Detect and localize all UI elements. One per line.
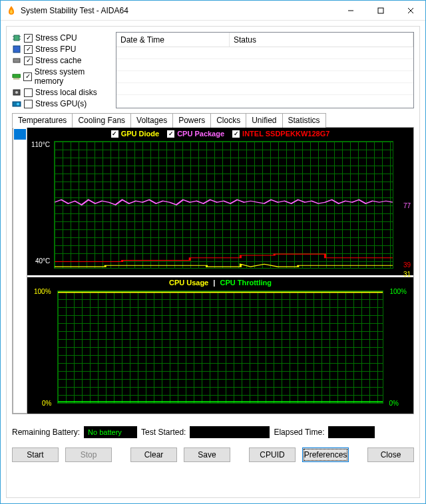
status-row: Remaining Battery: No battery Test Start… xyxy=(12,426,414,438)
stress-option-fpu: ✓Stress FPU xyxy=(12,45,112,54)
preferences-button[interactable]: Preferences xyxy=(302,447,349,462)
titlebar[interactable]: System Stability Test - AIDA64 xyxy=(1,1,425,21)
temp-readout: 39 xyxy=(403,261,411,269)
stress-checkbox-cache[interactable]: ✓ xyxy=(24,57,33,65)
disk-icon xyxy=(12,88,21,97)
tab-temperatures[interactable]: Temperatures xyxy=(12,113,73,128)
stress-label: Stress GPU(s) xyxy=(35,99,87,108)
legend-checkbox[interactable]: ✓ xyxy=(111,130,118,138)
svg-rect-9 xyxy=(13,46,20,53)
button-row: Start Stop Clear Save CPUID Preferences … xyxy=(12,447,414,462)
cpu-usage-chart: CPU Usage | CPU Throttling 100% 0% 100% … xyxy=(27,277,413,414)
cpu-usage-legend: CPU Usage | CPU Throttling xyxy=(27,277,413,288)
stress-checkbox-cpu[interactable]: ✓ xyxy=(24,34,33,43)
svg-point-14 xyxy=(15,91,18,94)
battery-value: No battery xyxy=(84,426,137,438)
started-label: Test Started: xyxy=(141,428,186,437)
temp-y-bot: 40°C xyxy=(35,257,50,265)
gpu-icon xyxy=(12,99,21,108)
elapsed-label: Elapsed Time: xyxy=(274,428,324,437)
temperature-legend: ✓GPU Diode✓CPU Package✓INTEL SSDPEKKW128… xyxy=(27,128,413,139)
svg-rect-1 xyxy=(378,8,383,13)
stress-label: Stress FPU xyxy=(35,45,76,54)
sensor-list-sidebar[interactable] xyxy=(13,128,27,414)
minimize-button[interactable] xyxy=(335,1,365,20)
tab-unified[interactable]: Unified xyxy=(246,113,282,128)
started-value xyxy=(190,426,270,438)
stress-options: ✓Stress CPU✓Stress FPU✓Stress cache✓Stre… xyxy=(12,32,112,108)
ram-icon xyxy=(12,72,21,81)
elapsed-value xyxy=(328,426,375,438)
temp-y-top: 110°C xyxy=(31,141,50,148)
legend-label: GPU Diode xyxy=(121,130,159,138)
tab-voltages[interactable]: Voltages xyxy=(130,113,173,128)
stress-label: Stress system memory xyxy=(35,67,112,86)
close-window-button[interactable] xyxy=(395,1,425,20)
tab-statistics[interactable]: Statistics xyxy=(282,113,326,128)
cpu-throttling-label: CPU Throttling xyxy=(220,279,272,287)
content-panel: ✓Stress CPU✓Stress FPU✓Stress cache✓Stre… xyxy=(6,26,420,498)
tab-clocks[interactable]: Clocks xyxy=(210,113,246,128)
tab-powers[interactable]: Powers xyxy=(172,113,211,128)
legend-label: CPU Package xyxy=(177,130,224,138)
app-window: System Stability Test - AIDA64 ✓Stress C… xyxy=(0,0,426,504)
stress-option-ram: ✓Stress system memory xyxy=(12,67,112,86)
tabstrip: TemperaturesCooling FansVoltagesPowersCl… xyxy=(12,112,414,128)
stress-option-cpu: ✓Stress CPU xyxy=(12,33,112,43)
stress-checkbox-ram[interactable]: ✓ xyxy=(23,72,31,81)
cpu-icon xyxy=(12,33,21,43)
legend-checkbox[interactable]: ✓ xyxy=(167,130,174,138)
svg-point-16 xyxy=(17,103,19,106)
app-icon xyxy=(6,5,17,16)
legend-label: INTEL SSDPEKKW128G7 xyxy=(242,130,329,138)
cpu-usage-label: CPU Usage xyxy=(169,279,208,287)
stress-option-disk: Stress local disks xyxy=(12,88,112,97)
stress-checkbox-gpu[interactable] xyxy=(24,100,33,108)
log-col-datetime[interactable]: Date & Time xyxy=(116,33,230,47)
temp-readout: 77 xyxy=(403,202,411,209)
stress-label: Stress cache xyxy=(35,56,81,65)
stop-button[interactable]: Stop xyxy=(65,447,112,462)
log-table[interactable]: Date & Time Status xyxy=(116,32,414,108)
svg-rect-12 xyxy=(13,78,20,80)
stress-checkbox-disk[interactable] xyxy=(24,88,33,97)
close-button[interactable]: Close xyxy=(367,447,414,462)
sensor-list-selected[interactable] xyxy=(14,129,26,140)
legend-checkbox[interactable]: ✓ xyxy=(232,130,240,138)
window-title: System Stability Test - AIDA64 xyxy=(21,6,335,15)
tab-cooling-fans[interactable]: Cooling Fans xyxy=(72,113,131,128)
cache-icon xyxy=(12,56,21,65)
cpuid-button[interactable]: CPUID xyxy=(249,447,296,462)
start-button[interactable]: Start xyxy=(12,447,59,462)
stress-checkbox-fpu[interactable]: ✓ xyxy=(24,45,33,54)
log-body[interactable] xyxy=(116,47,413,95)
legend-item[interactable]: ✓CPU Package xyxy=(167,130,224,138)
legend-item[interactable]: ✓GPU Diode xyxy=(111,130,159,138)
battery-label: Remaining Battery: xyxy=(12,428,80,437)
stress-label: Stress CPU xyxy=(35,33,77,43)
svg-rect-10 xyxy=(13,59,20,63)
svg-rect-4 xyxy=(14,35,19,41)
log-col-status[interactable]: Status xyxy=(230,33,413,47)
save-button[interactable]: Save xyxy=(184,447,230,462)
temperature-chart: ✓GPU Diode✓CPU Package✓INTEL SSDPEKKW128… xyxy=(27,128,413,277)
maximize-button[interactable] xyxy=(365,1,395,20)
stress-option-gpu: Stress GPU(s) xyxy=(12,99,112,108)
svg-rect-11 xyxy=(13,74,20,78)
legend-item[interactable]: ✓INTEL SSDPEKKW128G7 xyxy=(232,130,329,138)
fpu-icon xyxy=(12,45,21,54)
clear-button[interactable]: Clear xyxy=(130,447,177,462)
stress-option-cache: ✓Stress cache xyxy=(12,56,112,65)
stress-label: Stress local disks xyxy=(35,88,97,97)
